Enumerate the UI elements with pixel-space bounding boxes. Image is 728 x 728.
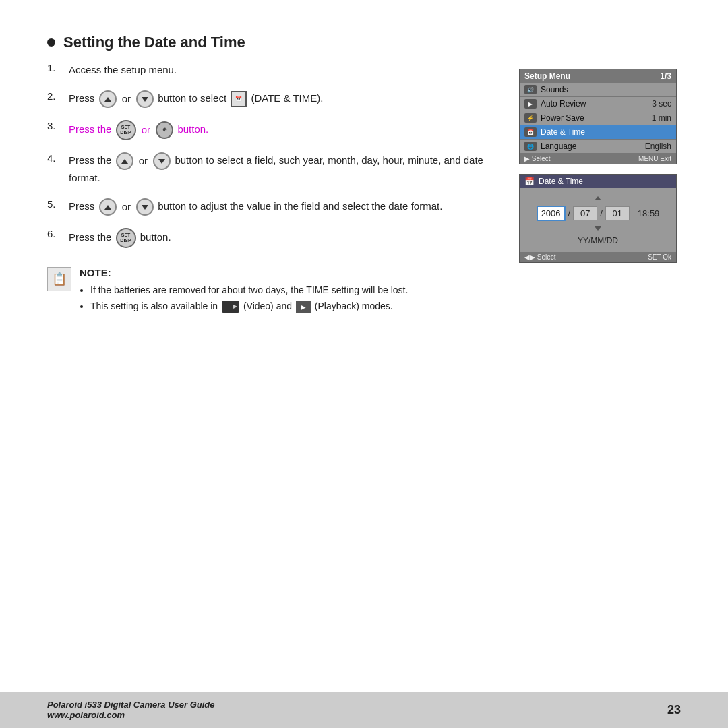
setup-menu-header-page: 1/3 <box>660 71 671 81</box>
language-value: English <box>645 142 671 151</box>
step-3-num: 3. <box>47 120 65 131</box>
note-item-2: This setting is also available in (Video… <box>90 299 408 315</box>
step-4-text: Press the or button to select a field, s… <box>69 152 499 186</box>
menu-row-powersave: ⚡ Power Save 1 min <box>520 111 676 125</box>
note-icon: 📋 <box>47 267 71 291</box>
autoreview-value: 3 sec <box>652 99 671 109</box>
step-2: 2. Press or button to select 📅 (DATE & T… <box>47 90 499 108</box>
menu-row-sounds: 🔊 Sounds <box>520 83 676 97</box>
step-1: 1. Access the setup menu. <box>47 62 499 78</box>
step-3-highlight: Press the SETDISP or ⊕ button. <box>69 123 208 135</box>
footer-page-num: 23 <box>667 703 681 717</box>
datetime-footer: ◀▶ Select SET Ok <box>520 252 676 262</box>
sep-1: / <box>568 208 571 218</box>
step-4-num: 4. <box>47 152 65 164</box>
step-1-text: Access the setup menu. <box>69 62 177 78</box>
page: Setting the Date and Time 1. Access the … <box>0 0 728 728</box>
down-arrow-btn[interactable] <box>136 90 154 108</box>
datetime-panel: 📅 Date & Time 2006 / 07 / 01 <box>519 174 677 263</box>
powersave-value: 1 min <box>652 113 671 123</box>
autoreview-label: Auto Review <box>541 99 648 109</box>
year-up-arrow <box>595 196 601 200</box>
step-3-text: Press the SETDISP or ⊕ button. <box>69 120 208 140</box>
setup-footer-select: ▶ Select <box>524 155 551 162</box>
step-1-num: 1. <box>47 62 65 73</box>
step-5: 5. Press or button to adjust the value i… <box>47 198 499 216</box>
step-5-num: 5. <box>47 198 65 210</box>
sounds-label: Sounds <box>541 85 667 94</box>
up-arrow-btn-4[interactable] <box>116 152 133 170</box>
note-title: NOTE: <box>80 267 408 278</box>
down-arrow-btn-5[interactable] <box>136 198 154 216</box>
step-6: 6. Press the SETDISP button. <box>47 228 499 248</box>
right-column: Setup Menu 1/3 🔊 Sounds ▶ Auto Review 3 … <box>519 69 681 315</box>
powersave-icon: ⚡ <box>524 113 537 123</box>
datetime-header-label: Date & Time <box>539 177 583 186</box>
language-icon: 🌐 <box>524 142 537 151</box>
datetime-label: Date & Time <box>541 127 667 137</box>
date-icon: 📅 <box>231 91 247 107</box>
bullet-icon <box>47 38 55 47</box>
footer-website: www.polaroid.com <box>47 710 215 720</box>
note-item-1: If the batteries are removed for about t… <box>90 282 408 299</box>
or-text-1: or <box>122 93 131 104</box>
year-down-arrow <box>595 226 601 231</box>
menu-row-datetime[interactable]: 📅 Date & Time <box>520 125 676 140</box>
up-arrow-btn[interactable] <box>99 90 117 108</box>
setup-menu-header: Setup Menu 1/3 <box>520 69 676 83</box>
or-text-2: or <box>142 124 150 135</box>
footer-brand-info: Polaroid i533 Digital Camera User Guide … <box>47 700 215 720</box>
year-field[interactable]: 2006 <box>537 206 566 221</box>
content-area: 1. Access the setup menu. 2. Press or bu… <box>47 62 681 315</box>
steps-column: 1. Access the setup menu. 2. Press or bu… <box>47 62 499 315</box>
powersave-label: Power Save <box>541 113 648 123</box>
day-field[interactable]: 01 <box>605 206 630 220</box>
dt-footer-select: ◀▶ Select <box>524 253 556 261</box>
datetime-header-icon: 📅 <box>524 177 535 186</box>
datetime-content: 2006 / 07 / 01 18:59 YY/MM/DD <box>520 188 676 252</box>
step-4: 4. Press the or button to select a field… <box>47 152 499 186</box>
step-5-text: Press or button to adjust the value in t… <box>69 198 442 216</box>
note-section: 📋 NOTE: If the batteries are removed for… <box>47 267 499 315</box>
up-arrow-btn-5[interactable] <box>99 198 117 216</box>
menu-row-autoreview: ▶ Auto Review 3 sec <box>520 97 676 111</box>
joystick-btn-3[interactable]: ⊕ <box>156 121 173 139</box>
step-6-text: Press the SETDISP button. <box>69 228 171 248</box>
set-disp-btn-3[interactable]: SETDISP <box>116 120 136 140</box>
setup-menu-header-label: Setup Menu <box>524 71 570 81</box>
title-text: Setting the Date and Time <box>63 34 245 51</box>
dt-footer-ok: SET Ok <box>648 253 671 261</box>
autoreview-icon: ▶ <box>524 99 537 109</box>
playback-icon: ▶ <box>296 301 311 313</box>
set-disp-btn-6[interactable]: SETDISP <box>116 228 136 248</box>
step-3: 3. Press the SETDISP or ⊕ button. <box>47 120 499 140</box>
datetime-panel-header: 📅 Date & Time <box>520 175 676 188</box>
footer-bar: Polaroid i533 Digital Camera User Guide … <box>0 692 728 728</box>
setup-menu-panel: Setup Menu 1/3 🔊 Sounds ▶ Auto Review 3 … <box>519 69 677 164</box>
sep-2: / <box>600 208 603 218</box>
month-field[interactable]: 07 <box>573 206 597 220</box>
date-row: 2006 / 07 / 01 18:59 <box>529 206 667 221</box>
section-title: Setting the Date and Time <box>47 34 681 51</box>
step-6-num: 6. <box>47 228 65 239</box>
down-arrow-btn-4[interactable] <box>153 152 171 170</box>
setup-footer-exit: MENU Exit <box>638 155 671 162</box>
or-text-4: or <box>122 201 131 212</box>
step-2-num: 2. <box>47 90 65 102</box>
time-field: 18:59 <box>638 208 660 218</box>
note-content: NOTE: If the batteries are removed for a… <box>80 267 408 315</box>
video-mode-icon <box>222 301 239 313</box>
sounds-icon: 🔊 <box>524 85 537 94</box>
or-text-3: or <box>139 155 148 166</box>
setup-menu-footer: ▶ Select MENU Exit <box>520 154 676 164</box>
format-label: YY/MM/DD <box>529 236 667 245</box>
datetime-icon: 📅 <box>524 127 537 137</box>
footer-brand: Polaroid i533 Digital Camera User Guide <box>47 700 215 710</box>
note-items: If the batteries are removed for about t… <box>80 282 408 315</box>
step-2-text: Press or button to select 📅 (DATE & TIME… <box>69 90 323 108</box>
menu-row-language: 🌐 Language English <box>520 140 676 154</box>
language-label: Language <box>541 142 641 151</box>
